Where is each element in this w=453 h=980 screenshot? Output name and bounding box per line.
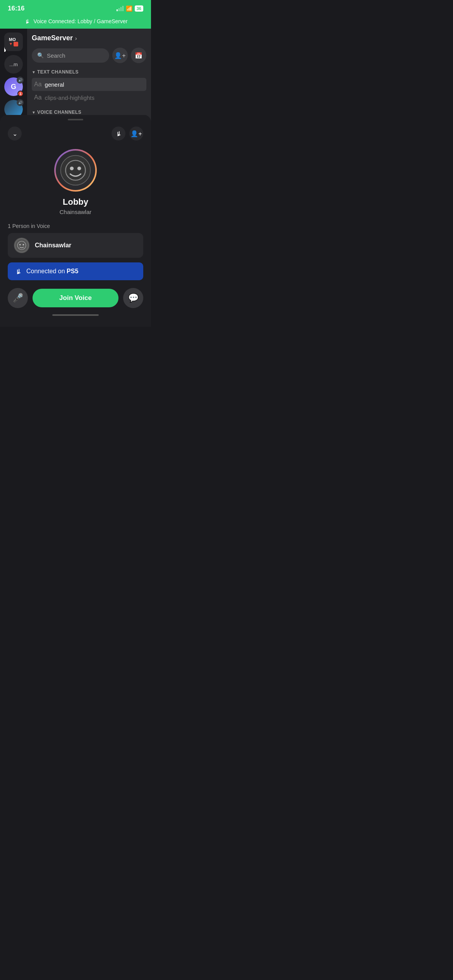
sheet-header: ⌄ 👤+	[0, 120, 151, 145]
svg-point-9	[82, 162, 84, 163]
connected-ps5-banner[interactable]: Connected on PS5	[8, 262, 143, 280]
mic-icon: 🎤	[13, 293, 23, 303]
svg-point-8	[67, 163, 68, 164]
svg-point-6	[70, 166, 74, 170]
playstation-icon	[24, 18, 31, 25]
signal-bar-3	[120, 7, 122, 11]
voice-channels-header[interactable]: ▼ Voice Channels	[32, 110, 146, 115]
notification-badge: 1	[17, 91, 24, 97]
chat-icon: 💬	[128, 293, 139, 303]
voice-avatar-inner	[56, 151, 95, 190]
battery-indicator: 36	[135, 5, 143, 12]
sheet-action-buttons: 👤+	[112, 127, 143, 140]
participant-avatar	[14, 238, 29, 253]
connected-ps5-text: Connected on PS5	[26, 268, 78, 275]
status-icons: 📶 36	[117, 5, 143, 12]
chevron-right-icon: ›	[75, 35, 77, 41]
voice-section-label: Voice Channels	[37, 110, 81, 115]
participant-avatar-icon	[15, 238, 29, 252]
sidebar-item-mo[interactable]: MO	[4, 33, 23, 51]
participant-name: Chainsawlar	[35, 242, 71, 249]
playstation-icon-sheet	[115, 130, 122, 137]
signal-bar-2	[118, 8, 120, 11]
join-voice-label: Join Voice	[59, 294, 92, 302]
search-icon: 🔍	[37, 52, 44, 58]
voice-participants-section: 1 Person in Voice Chainsawlar	[0, 223, 151, 262]
server-title: GameServer	[32, 34, 73, 42]
add-user-button[interactable]: 👤+	[129, 127, 143, 140]
svg-point-7	[77, 166, 81, 170]
channel-clips[interactable]: Aa clips-and-highlights	[32, 91, 146, 104]
svg-point-10	[65, 173, 67, 174]
connected-platform: PS5	[67, 268, 78, 274]
voice-banner-text: Voice Connected: Lobby / GameServer	[34, 18, 128, 24]
volume-indicator-2: 🔊	[17, 99, 24, 106]
channel-name-clips: clips-and-highlights	[45, 94, 94, 101]
add-friend-icon: 👤+	[114, 52, 125, 59]
voice-actions: 🎤 Join Voice 💬	[0, 285, 151, 311]
channel-prefix-general: Aa	[34, 81, 42, 88]
arrow-icon	[9, 42, 13, 46]
signal-bar-1	[117, 9, 118, 11]
signal-icon	[117, 6, 124, 11]
text-section-chevron: ▼	[32, 70, 36, 74]
add-friend-button[interactable]: 👤+	[112, 48, 128, 63]
g-label: G	[11, 83, 16, 91]
status-time: 16:16	[8, 5, 24, 12]
volume-indicator: 🔊	[17, 77, 24, 84]
text-section-label: Text Channels	[37, 69, 79, 75]
voice-avatar-ring	[54, 149, 97, 192]
ps-icon-banner	[14, 267, 22, 276]
wifi-icon: 📶	[126, 5, 132, 12]
ps-button[interactable]	[112, 127, 125, 140]
add-user-icon: 👤+	[130, 130, 142, 137]
collapse-button[interactable]: ⌄	[8, 127, 22, 140]
dots-label: ...m	[9, 62, 18, 67]
participant-row: Chainsawlar	[8, 233, 143, 258]
search-row: 🔍 Search 👤+ 📅	[32, 48, 146, 63]
status-bar: 16:16 📶 36	[0, 0, 151, 15]
connected-text-part1: Connected on	[26, 268, 65, 274]
voice-connected-banner[interactable]: Voice Connected: Lobby / GameServer	[0, 15, 151, 29]
bottom-sheet: ⌄ 👤+	[0, 115, 151, 327]
calendar-button[interactable]: 📅	[131, 48, 146, 63]
text-channels-header[interactable]: ▼ Text Channels	[32, 69, 146, 75]
chat-button[interactable]: 💬	[123, 288, 143, 308]
svg-point-4	[61, 156, 91, 185]
sidebar-item-g[interactable]: 🔊 G 1	[4, 77, 23, 96]
voice-channel-name: Lobby	[63, 197, 88, 207]
home-indicator	[0, 311, 151, 319]
svg-point-12	[15, 239, 29, 252]
sidebar-item-dots[interactable]: ...m	[4, 55, 23, 74]
mic-button[interactable]: 🎤	[8, 288, 28, 308]
voice-section-chevron: ▼	[32, 110, 36, 115]
voice-channel-avatar	[60, 155, 91, 186]
signal-bar-4	[122, 6, 124, 11]
chevron-down-icon: ⌄	[12, 130, 17, 137]
search-placeholder: Search	[47, 52, 65, 59]
channel-general[interactable]: Aa general	[32, 78, 146, 91]
calendar-icon: 📅	[135, 52, 142, 59]
home-bar	[52, 314, 99, 316]
channel-name-general: general	[45, 81, 64, 88]
svg-point-15	[23, 244, 24, 245]
svg-point-11	[84, 174, 85, 175]
voice-avatar-section: Lobby Chainsawlar	[0, 145, 151, 223]
participants-label: 1 Person in Voice	[8, 223, 143, 229]
search-box[interactable]: 🔍 Search	[32, 48, 109, 63]
join-voice-button[interactable]: Join Voice	[33, 289, 118, 307]
svg-point-14	[19, 244, 21, 245]
channel-prefix-clips: Aa	[34, 94, 42, 101]
mo-avatar: MO	[4, 33, 23, 51]
dots-avatar: ...m	[4, 55, 23, 74]
voice-server-name: Chainsawlar	[60, 209, 92, 215]
server-title-row[interactable]: GameServer ›	[32, 34, 146, 42]
